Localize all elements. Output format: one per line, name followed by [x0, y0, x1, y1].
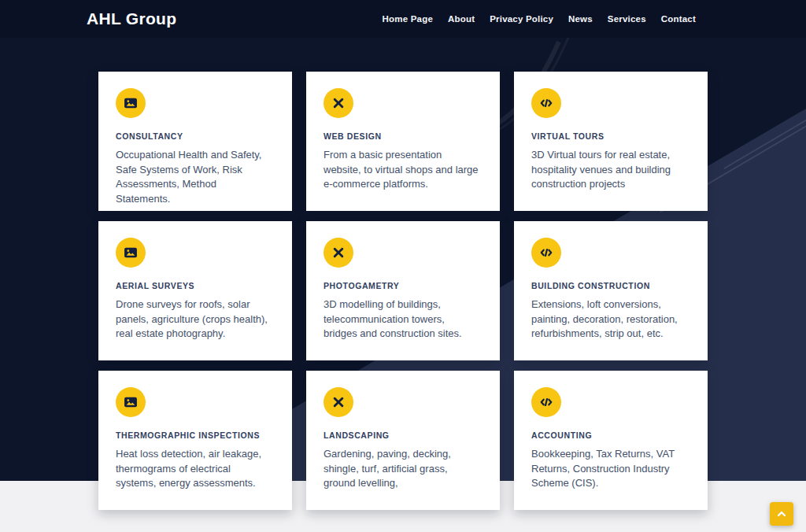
- nav-item-services[interactable]: Services: [608, 14, 646, 24]
- service-card-title: AERIAL SURVEYS: [116, 281, 275, 290]
- service-card-title: VIRTUAL TOURS: [531, 131, 690, 141]
- service-icon-badge: [116, 88, 146, 118]
- service-card-description: Gardening, paving, decking, shingle, tur…: [324, 447, 482, 491]
- image-icon: [123, 245, 139, 260]
- service-card-description: Drone surveys for roofs, solar panels, a…: [116, 297, 275, 342]
- service-card-title: BUILDING CONSTRUCTION: [531, 281, 690, 290]
- brand-logo[interactable]: AHL Group: [87, 0, 176, 38]
- service-icon-badge: [531, 88, 561, 118]
- service-card-description: 3D Virtual tours for real estate, hospit…: [531, 148, 690, 192]
- service-card-accounting: ACCOUNTING Bookkeeping, Tax Returns, VAT…: [514, 371, 708, 510]
- service-card-description: Occupational Health and Safety, Safe Sys…: [116, 148, 275, 206]
- service-icon-badge: [116, 387, 146, 417]
- service-card-title: PHOTOGAMETRY: [324, 281, 482, 290]
- design-tools-icon: [331, 394, 346, 410]
- nav-item-contact[interactable]: Contact: [661, 14, 696, 24]
- chevron-up-icon: [775, 508, 788, 519]
- service-card-landscaping: LANDSCAPING Gardening, paving, decking, …: [306, 371, 500, 510]
- code-icon: [538, 95, 554, 111]
- image-icon: [123, 95, 139, 111]
- service-card-description: Extensions, loft conversions, painting, …: [531, 297, 690, 342]
- service-card-title: THERMOGRAPHIC INSPECTIONS: [116, 430, 275, 440]
- service-card-title: ACCOUNTING: [531, 430, 690, 440]
- service-card-description: Bookkeeping, Tax Returns, VAT Returns, C…: [531, 447, 690, 491]
- service-card-building-construction: BUILDING CONSTRUCTION Extensions, loft c…: [514, 221, 708, 360]
- service-icon-badge: [116, 238, 146, 268]
- service-card-title: CONSULTANCY: [116, 131, 275, 141]
- service-icon-badge: [324, 238, 353, 268]
- service-card-web-design: WEB DESIGN From a basic presentation web…: [306, 72, 500, 211]
- service-card-aerial-surveys: AERIAL SURVEYS Drone surveys for roofs, …: [98, 221, 292, 360]
- service-card-title: WEB DESIGN: [324, 131, 482, 141]
- nav-item-news[interactable]: News: [568, 14, 593, 24]
- nav-item-about[interactable]: About: [448, 14, 475, 24]
- header: AHL Group Home Page About Privacy Policy…: [0, 0, 806, 38]
- service-card-description: From a basic presentation website, to vi…: [324, 148, 482, 192]
- code-icon: [538, 394, 554, 410]
- nav-item-privacy-policy[interactable]: Privacy Policy: [490, 14, 553, 24]
- main-nav: Home Page About Privacy Policy News Serv…: [383, 0, 696, 38]
- image-icon: [123, 394, 139, 410]
- service-card-virtual-tours: VIRTUAL TOURS 3D Virtual tours for real …: [514, 72, 708, 211]
- design-tools-icon: [331, 95, 346, 111]
- service-icon-badge: [324, 387, 353, 417]
- design-tools-icon: [331, 245, 346, 260]
- code-icon: [538, 245, 554, 260]
- service-icon-badge: [531, 238, 561, 268]
- nav-item-home[interactable]: Home Page: [383, 14, 433, 24]
- service-card-description: 3D modelling of buildings, telecommunica…: [324, 297, 482, 342]
- service-icon-badge: [531, 387, 561, 417]
- service-card-photogametry: PHOTOGAMETRY 3D modelling of buildings, …: [306, 221, 500, 360]
- service-card-consultancy: CONSULTANCY Occupational Health and Safe…: [98, 72, 292, 211]
- service-icon-badge: [324, 88, 353, 118]
- service-card-thermographic-inspections: THERMOGRAPHIC INSPECTIONS Heat loss dete…: [98, 371, 292, 510]
- services-grid: CONSULTANCY Occupational Health and Safe…: [98, 72, 708, 510]
- scroll-to-top-button[interactable]: [770, 502, 793, 526]
- service-card-title: LANDSCAPING: [324, 430, 482, 440]
- service-card-description: Heat loss detection, air leakage, thermo…: [116, 447, 275, 491]
